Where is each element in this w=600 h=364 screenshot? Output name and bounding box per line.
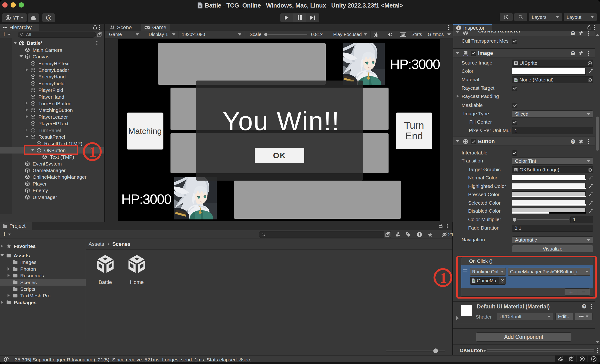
svg-text:1: 1: [89, 144, 96, 160]
svg-text:1: 1: [440, 270, 447, 286]
